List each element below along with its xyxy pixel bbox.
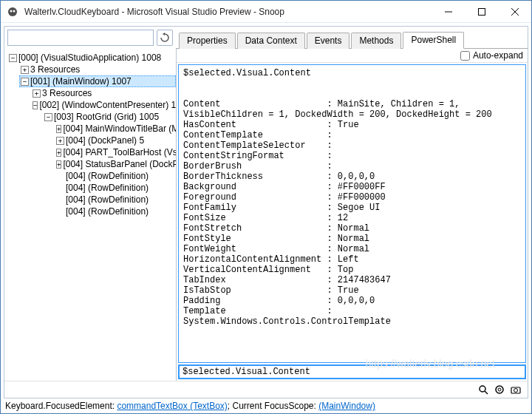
- tree-node-selected[interactable]: −[001] (MainWindow) 1007: [19, 75, 176, 87]
- magnify-button[interactable]: [476, 383, 491, 396]
- svg-point-0: [8, 7, 17, 16]
- camera-button[interactable]: [508, 383, 523, 396]
- refresh-button[interactable]: [157, 30, 173, 46]
- close-button[interactable]: [498, 1, 531, 22]
- auto-expand-checkbox[interactable]: [460, 51, 470, 61]
- maximize-button[interactable]: [465, 1, 498, 22]
- tree-node[interactable]: [004] (RowDefinition): [55, 182, 176, 194]
- powershell-output[interactable]: $selected.Visual.Content Content : MainS…: [178, 64, 526, 363]
- expand-icon[interactable]: +: [33, 89, 41, 98]
- expand-icon[interactable]: +: [56, 160, 61, 169]
- svg-point-10: [498, 388, 501, 391]
- svg-line-8: [485, 391, 488, 394]
- collapse-icon[interactable]: −: [9, 54, 17, 62]
- tree-node[interactable]: +[004] StatusBarPanel (DockPane: [55, 158, 176, 170]
- tab-data-context[interactable]: Data Context: [237, 33, 305, 49]
- tree-node[interactable]: −[002] (WindowContentPresenter) 1: [31, 99, 176, 111]
- tab-properties[interactable]: Properties: [179, 33, 236, 49]
- svg-point-12: [514, 389, 518, 393]
- title-bar: Walterlv.CloudKeyboard - Microsoft Visua…: [1, 1, 531, 23]
- tree-node[interactable]: [004] (RowDefinition): [55, 170, 176, 182]
- expand-icon[interactable]: +: [56, 149, 61, 157]
- tree-node[interactable]: +[004] MainWindowTitleBar (Ma: [55, 123, 176, 135]
- svg-point-9: [496, 386, 503, 393]
- bottom-toolbar: [4, 381, 528, 398]
- collapse-icon[interactable]: −: [33, 101, 38, 109]
- tree-node[interactable]: −[003] RootGrid (Grid) 1005: [43, 111, 176, 123]
- tree-node[interactable]: +[004] PART_ToolBarHost (VsToo: [55, 146, 176, 158]
- collapse-icon[interactable]: −: [44, 113, 52, 121]
- expand-icon[interactable]: +: [21, 66, 29, 74]
- expand-icon[interactable]: +: [56, 125, 61, 133]
- powershell-input[interactable]: [178, 364, 526, 379]
- tab-strip: Properties Data Context Events Methods P…: [176, 27, 528, 49]
- window-title: Walterlv.CloudKeyboard - Microsoft Visua…: [24, 7, 432, 17]
- tree-node[interactable]: +[004] (DockPanel) 5: [55, 135, 176, 146]
- status-link-scope[interactable]: (MainWindow): [318, 401, 375, 411]
- status-link-focused[interactable]: commandTextBox (TextBox): [117, 401, 227, 411]
- auto-expand-label: Auto-expand: [473, 50, 523, 61]
- visual-tree[interactable]: −[000] (VisualStudioApplication) 1008 +3…: [4, 49, 176, 381]
- collapse-icon[interactable]: −: [21, 78, 29, 86]
- tree-node[interactable]: +3 Resources: [19, 64, 176, 75]
- powershell-panel: Auto-expand $selected.Visual.Content Con…: [176, 49, 528, 381]
- tree-node[interactable]: −[000] (VisualStudioApplication) 1008: [7, 52, 176, 64]
- tree-node[interactable]: [004] (RowDefinition): [55, 206, 176, 217]
- status-bar: Keyboard.FocusedElement: commandTextBox …: [1, 398, 531, 413]
- tab-methods[interactable]: Methods: [351, 33, 401, 49]
- tab-powershell[interactable]: PowerShell: [403, 32, 464, 49]
- tab-events[interactable]: Events: [307, 33, 350, 49]
- svg-point-2: [13, 10, 16, 12]
- filter-input[interactable]: [7, 30, 154, 46]
- app-icon: [7, 6, 18, 18]
- minimize-button[interactable]: [432, 1, 465, 22]
- expand-icon[interactable]: +: [56, 137, 64, 145]
- filter-toolbar: [4, 27, 176, 49]
- svg-point-7: [480, 386, 485, 392]
- svg-point-1: [10, 10, 13, 12]
- tree-node[interactable]: [004] (RowDefinition): [55, 194, 176, 206]
- tree-node[interactable]: +3 Resources: [31, 87, 176, 99]
- svg-rect-4: [478, 8, 485, 15]
- screenshot-button[interactable]: [492, 383, 507, 396]
